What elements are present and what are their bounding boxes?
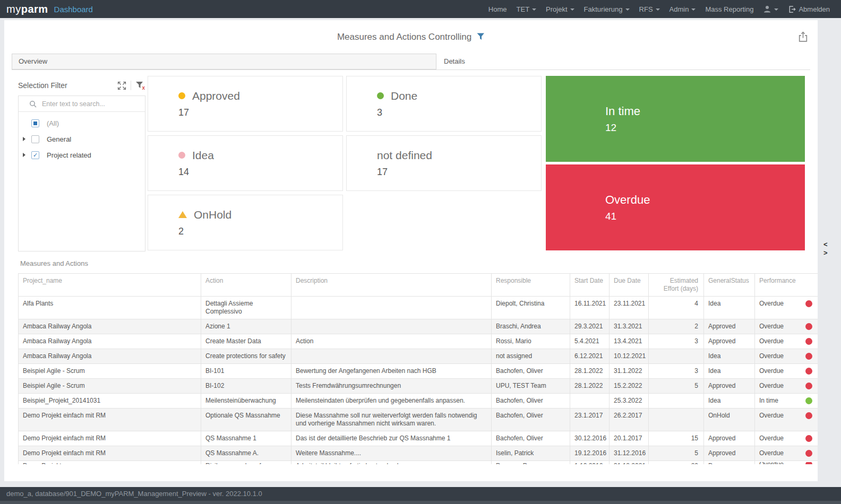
filter-tree-box: (All) General Project related [18, 95, 145, 251]
cell-start-date: 5.4.2021 [574, 337, 607, 345]
collapse-right-icon[interactable]: > [823, 249, 828, 257]
status-card-idea[interactable]: Idea 14 [148, 135, 343, 191]
column-header-project-name[interactable]: Project_name [19, 274, 201, 297]
user-icon [763, 5, 771, 13]
export-button[interactable] [797, 31, 809, 43]
cell-start-date: 28.1.2022 [574, 367, 607, 375]
performance-label: In time [759, 397, 778, 405]
status-bar-text: demo_a, database/901_DEMO_myPARM_Managem… [6, 490, 262, 498]
nav-item-mass-reporting[interactable]: Mass Reporting [700, 5, 758, 13]
cell-start-date: 1.10.2016 [574, 462, 607, 464]
logout-button[interactable]: Abmelden [783, 5, 835, 13]
cell-performance: In time [759, 397, 816, 405]
cell-description: Bewertung der Angefangenen Arbeiten nach… [296, 367, 489, 375]
table-row[interactable]: Beispiel Agile - Scrum BI-102 Tests Frem… [19, 379, 818, 394]
collapse-left-icon[interactable]: < [823, 240, 828, 249]
cell-description: Meilensteindaten überprüfen und gegebene… [296, 397, 489, 405]
nav-item-admin[interactable]: Admin [665, 5, 701, 13]
cell-action: QS Massnahme A. [205, 449, 289, 457]
checkbox-project-related[interactable] [31, 151, 39, 159]
title-filter-icon[interactable] [477, 32, 485, 43]
share-icon [797, 31, 809, 43]
status-card-onhold[interactable]: OnHold 2 [148, 195, 343, 250]
search-input[interactable] [41, 100, 131, 108]
cell-generalstatus: Idea [708, 352, 752, 360]
expand-icon[interactable] [117, 81, 126, 90]
tree-item-general[interactable]: General [19, 131, 145, 147]
cell-project-name: Beispiel_Projekt_20141031 [23, 397, 199, 405]
cell-project-name: Demo Projekt einfach mit RM [23, 435, 199, 442]
measures-table-wrap: Project_name Action Description Responsi… [18, 273, 818, 464]
tile-in-time[interactable]: In time 12 [546, 76, 805, 162]
checkbox-general[interactable] [31, 135, 39, 143]
cell-performance: Overdue [759, 337, 816, 345]
cell-performance: Overdue [759, 352, 816, 360]
nav-item-projekt[interactable]: Projekt [541, 5, 579, 13]
cell-due-date: 23.11.2021 [614, 300, 646, 308]
status-card-not-defined[interactable]: not defined 17 [346, 135, 542, 191]
tree-item-all[interactable]: (All) [19, 115, 145, 131]
cell-action: Optionale QS Massnahme [205, 412, 289, 420]
table-row[interactable]: Demo Projekt einfach mit RM Optionale QS… [19, 409, 818, 431]
table-row[interactable]: Ambaca Railway Angola Create protections… [19, 349, 818, 364]
status-count: 2 [178, 226, 342, 237]
cell-description: Tests Fremdwährungsumrechnungen [296, 382, 489, 390]
status-dot [178, 152, 185, 159]
column-header-start-date[interactable]: Start Date [570, 274, 610, 297]
status-count: 3 [377, 107, 541, 118]
nav-item-home[interactable]: Home [484, 5, 512, 13]
table-row[interactable]: Beispiel Agile - Scrum BI-101 Bewertung … [19, 364, 818, 379]
warning-triangle-icon [178, 211, 187, 218]
user-menu-button[interactable] [758, 5, 783, 13]
checkbox-all[interactable] [31, 119, 39, 127]
cell-estimated-effort: 20 [653, 462, 698, 464]
table-row[interactable]: Demo Projekt einfach mit RM QS Massnahme… [19, 446, 818, 461]
status-card-approved[interactable]: Approved 17 [148, 76, 343, 132]
chevron-down-icon [625, 8, 630, 11]
table-row[interactable]: Beispiel_Projekt_20141031 Meilensteinübe… [19, 394, 818, 409]
status-card-done[interactable]: Done 3 [346, 76, 542, 132]
measures-table-body: Alfa Plants Dettagli Assieme Complessivo… [19, 297, 818, 465]
nav-item-rfs[interactable]: RFS [634, 5, 665, 13]
cell-performance: Overdue [759, 323, 816, 331]
table-row[interactable]: Ambaca Railway Angola Azione 1 Braschi, … [19, 319, 818, 334]
cell-action: Create Master Data [205, 337, 289, 345]
cell-due-date: 31.12.2021 [614, 462, 646, 464]
tile-overdue[interactable]: Overdue 41 [546, 164, 805, 250]
cell-generalstatus: OnHold [708, 412, 752, 420]
tree-item-project-related[interactable]: Project related [19, 147, 145, 163]
table-header-row: Project_name Action Description Responsi… [19, 274, 818, 297]
column-header-responsible[interactable]: Responsible [492, 274, 570, 297]
cell-due-date: 31.3.2021 [614, 323, 646, 331]
expand-arrow-icon[interactable] [23, 137, 31, 141]
app-logo[interactable]: myparm Dashboard [6, 0, 93, 18]
column-header-due-date[interactable]: Due Date [610, 274, 649, 297]
table-row[interactable]: Alfa Plants Dettagli Assieme Complessivo… [19, 297, 818, 319]
tab-overview[interactable]: Overview [12, 54, 436, 69]
measures-table: Project_name Action Description Responsi… [18, 273, 818, 464]
cell-estimated-effort: 5 [653, 382, 698, 390]
cell-responsible: Bachofen, Oliver [496, 412, 568, 420]
nav-item-fakturierung[interactable]: Fakturierung [579, 5, 634, 13]
nav-item-tet[interactable]: TET [512, 5, 542, 13]
status-count: 17 [178, 107, 342, 118]
divider [131, 81, 131, 90]
cell-action: Azione 1 [205, 323, 289, 331]
column-header-action[interactable]: Action [201, 274, 291, 297]
performance-label: Overdue [759, 449, 784, 457]
column-header-estimated-effort[interactable]: Estimated Effort (days) [649, 274, 704, 297]
column-header-description[interactable]: Description [291, 274, 492, 297]
clear-filter-icon[interactable]: x [135, 81, 145, 90]
expand-arrow-icon[interactable] [23, 153, 31, 157]
cell-estimated-effort: 15 [653, 435, 698, 442]
table-row[interactable]: Ambaca Railway Angola Create Master Data… [19, 334, 818, 349]
column-header-generalstatus[interactable]: GeneralStatus [704, 274, 755, 297]
table-row[interactable]: Demo Projekt einfach mit RM QS Massnahme… [19, 431, 818, 446]
performance-dot [805, 368, 812, 375]
cell-start-date: 19.12.2016 [574, 449, 607, 457]
cell-description: Das ist der detaillierte Beschrieb zur Q… [296, 435, 489, 442]
table-row[interactable]: Demo Projekt... Risikomassnahme f... Arb… [19, 461, 818, 465]
cell-estimated-effort: 5 [653, 449, 698, 457]
column-header-performance[interactable]: Performance [755, 274, 818, 297]
tab-details[interactable]: Details [437, 54, 810, 69]
